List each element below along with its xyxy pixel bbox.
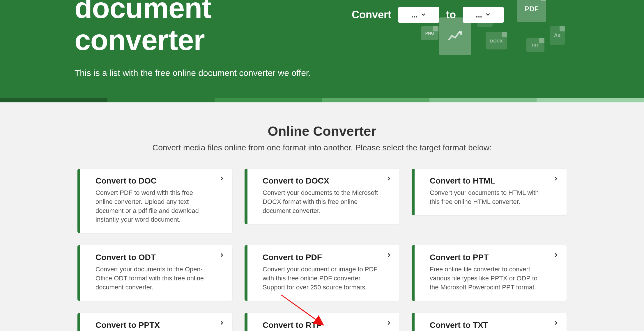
card-convert-to-doc[interactable]: Convert to DOC Convert PDF to word with …	[77, 169, 232, 233]
docx-file-icon: DOCX	[486, 32, 507, 49]
card-title: Convert to ODT	[95, 253, 211, 262]
card-description: Convert your document or image to PDF wi…	[263, 265, 378, 292]
card-convert-to-txt[interactable]: Convert to TXT This free online media co…	[412, 313, 567, 331]
card-description: Convert PDF to word with this free onlin…	[95, 188, 211, 224]
chevron-down-icon	[420, 10, 426, 19]
page-title: document converter	[75, 0, 352, 56]
card-description: Convert your documents to HTML with this…	[430, 188, 546, 207]
card-convert-to-pptx[interactable]: Convert to PPTX Online converter to crea…	[77, 313, 232, 331]
convert-from-select[interactable]: ...	[398, 7, 439, 23]
card-title: Convert to PPTX	[95, 321, 211, 330]
title-line-2: converter	[75, 24, 205, 56]
chevron-right-icon	[553, 320, 559, 327]
tiff-file-icon: TIFF	[526, 38, 544, 52]
card-description: Convert your documents to the Microsoft …	[263, 188, 378, 215]
card-title: Convert to PDF	[263, 253, 378, 262]
section-subtitle: Convert media files online from one form…	[77, 143, 567, 152]
card-convert-to-pdf[interactable]: Convert to PDF Convert your document or …	[245, 245, 399, 300]
card-title: Convert to TXT	[430, 321, 546, 330]
convert-from-value: ...	[411, 10, 417, 19]
card-title: Convert to RTF	[263, 321, 378, 330]
card-description: Free online file converter to convert va…	[430, 265, 546, 292]
font-file-icon: Aa	[550, 26, 565, 45]
card-title: Convert to PPT	[430, 253, 546, 262]
chart-file-icon	[439, 17, 471, 55]
card-title: Convert to DOCX	[263, 176, 378, 186]
section-title: Online Converter	[77, 123, 567, 139]
card-title: Convert to HTML	[430, 176, 546, 186]
chevron-down-icon	[485, 10, 491, 19]
title-line-1: document	[75, 0, 211, 24]
card-convert-to-rtf[interactable]: Convert to RTF This free online RTF conv…	[245, 313, 399, 331]
card-title: Convert to DOC	[95, 176, 211, 186]
chevron-right-icon	[219, 320, 225, 327]
chevron-right-icon	[386, 176, 392, 183]
card-convert-to-ppt[interactable]: Convert to PPT Free online file converte…	[412, 245, 567, 300]
card-convert-to-docx[interactable]: Convert to DOCX Convert your documents t…	[245, 169, 399, 224]
card-description: Convert your documents to the Open-Offic…	[95, 265, 211, 292]
color-band	[0, 98, 644, 102]
chevron-right-icon	[219, 176, 225, 183]
convert-label: Convert	[352, 9, 391, 21]
chevron-right-icon	[219, 252, 225, 259]
page-subtitle: This is a list with the free online docu…	[75, 68, 352, 78]
chevron-right-icon	[386, 320, 392, 327]
to-label: to	[446, 9, 456, 21]
hero-banner: document converter This is a list with t…	[0, 0, 644, 98]
convert-to-value: ...	[476, 10, 482, 19]
main-content: Online Converter Convert media files onl…	[66, 102, 578, 331]
converter-cards-grid: Convert to DOC Convert PDF to word with …	[77, 169, 567, 331]
png-file-icon: PNG	[421, 26, 438, 40]
card-convert-to-html[interactable]: Convert to HTML Convert your documents t…	[412, 169, 567, 215]
chevron-right-icon	[386, 252, 392, 259]
convert-to-select[interactable]: ...	[463, 7, 504, 23]
chevron-right-icon	[553, 252, 559, 259]
convert-bar: Convert ... to ...	[352, 7, 569, 23]
chevron-right-icon	[553, 176, 559, 183]
card-convert-to-odt[interactable]: Convert to ODT Convert your documents to…	[77, 245, 232, 300]
